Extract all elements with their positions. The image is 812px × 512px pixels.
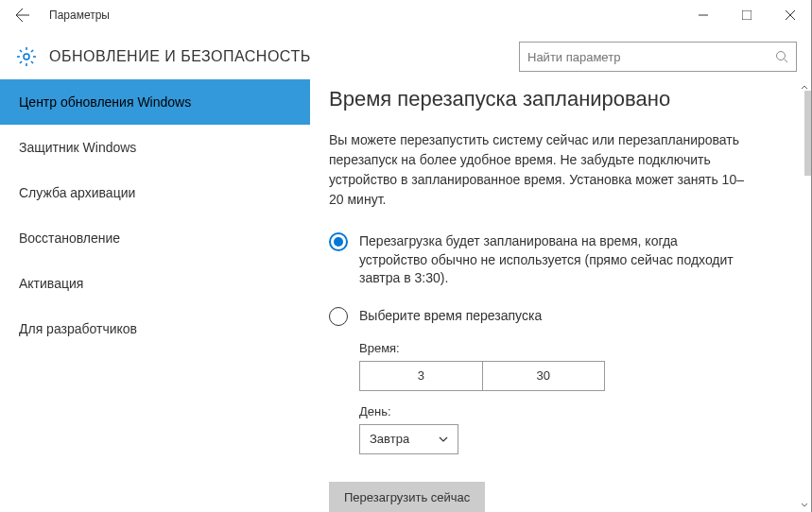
back-arrow-icon [15,8,30,23]
sidebar-item-label: Защитник Windows [19,140,136,155]
search-box[interactable] [519,42,797,72]
svg-point-2 [777,52,786,60]
back-button[interactable] [0,0,45,30]
sidebar-item-label: Для разработчиков [19,321,137,336]
schedule-block: Время: 3 30 День: Завтра [359,341,793,454]
sidebar-item-label: Активация [19,276,83,291]
gear-icon [15,45,38,68]
scroll-thumb[interactable] [804,91,811,176]
radio-custom-label: Выберите время перезапуска [359,307,542,326]
close-button[interactable] [769,0,812,30]
maximize-icon [742,10,752,20]
sidebar-item-label: Центр обновления Windows [19,94,191,110]
page-title: ОБНОВЛЕНИЕ И БЕЗОПАСНОСТЬ [49,48,311,65]
time-picker[interactable]: 3 30 [359,361,605,391]
svg-point-1 [24,54,29,60]
sidebar-item-label: Служба архивации [19,185,135,200]
sidebar-item-developers[interactable]: Для разработчиков [0,306,310,351]
radio-custom[interactable] [329,307,348,326]
day-label: День: [359,404,793,418]
radio-auto-label: Перезагрузка будет запланирована на врем… [359,232,745,288]
sidebar-item-recovery[interactable]: Восстановление [0,215,310,261]
svg-rect-0 [742,10,752,20]
sidebar-item-backup[interactable]: Служба архивации [0,170,310,215]
scroll-down[interactable] [797,497,812,512]
sidebar-item-label: Восстановление [19,230,120,246]
sidebar: Центр обновления Windows Защитник Window… [0,79,310,512]
time-hour[interactable]: 3 [360,362,483,390]
chevron-down-icon [439,436,448,442]
minimize-button[interactable] [682,0,725,30]
radio-option-custom[interactable]: Выберите время перезапуска [329,307,745,326]
maximize-button[interactable] [725,0,769,30]
search-input[interactable] [527,50,775,64]
radio-auto[interactable] [329,232,348,251]
close-icon [786,10,795,20]
day-picker[interactable]: Завтра [359,424,458,454]
restart-button[interactable]: Перезагрузить сейчас [329,482,485,512]
scrollbar[interactable] [797,79,812,512]
titlebar: Параметры [0,0,812,30]
window-title: Параметры [49,9,110,22]
minimize-icon [699,10,708,20]
sidebar-item-defender[interactable]: Защитник Windows [0,125,310,170]
sidebar-item-activation[interactable]: Активация [0,261,310,306]
time-minute[interactable]: 30 [483,362,605,390]
content-description: Вы можете перезапустить систему сейчас и… [329,130,745,210]
time-label: Время: [359,341,793,355]
chevron-down-icon [801,503,808,507]
chevron-up-icon [801,85,808,90]
sidebar-item-windows-update[interactable]: Центр обновления Windows [0,79,310,125]
radio-option-auto[interactable]: Перезагрузка будет запланирована на врем… [329,232,745,288]
header: ОБНОВЛЕНИЕ И БЕЗОПАСНОСТЬ [0,34,812,79]
search-icon [775,50,788,63]
content-heading: Время перезапуска запланировано [329,87,793,111]
day-value: Завтра [370,432,409,446]
content: Время перезапуска запланировано Вы может… [310,79,812,512]
